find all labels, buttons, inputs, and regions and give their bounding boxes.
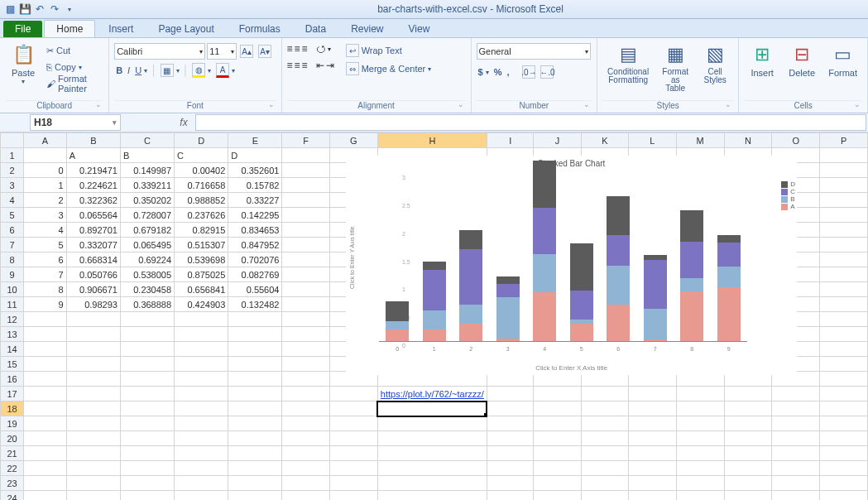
cell[interactable] [487, 461, 534, 476]
copy-button[interactable]: ⎘Copy▾ [45, 60, 103, 75]
conditional-formatting-button[interactable]: ▤Conditional Formatting [602, 40, 654, 86]
cell[interactable] [820, 461, 868, 476]
cell[interactable] [329, 476, 377, 491]
cell[interactable] [676, 461, 724, 476]
tab-insert[interactable]: Insert [97, 21, 145, 37]
column-header[interactable]: C [120, 133, 174, 148]
cell[interactable] [377, 491, 487, 501]
cell[interactable] [282, 223, 329, 238]
cell[interactable] [24, 446, 67, 461]
cell[interactable]: 0.55604 [228, 282, 282, 297]
cell[interactable] [120, 416, 174, 431]
cell[interactable] [120, 387, 174, 401]
cell[interactable] [66, 491, 120, 501]
undo-icon[interactable]: ↶ [33, 2, 46, 16]
cell[interactable] [66, 387, 120, 401]
cell[interactable] [676, 476, 724, 491]
align-right-icon[interactable]: ≡ [302, 60, 308, 71]
row-header[interactable]: 17 [1, 387, 24, 401]
cell[interactable] [676, 431, 724, 446]
cell[interactable] [228, 476, 282, 491]
align-center-icon[interactable]: ≡ [295, 60, 300, 71]
cell[interactable] [820, 372, 868, 387]
cell[interactable] [175, 431, 228, 446]
cell[interactable]: 0.065495 [120, 238, 174, 252]
cell[interactable]: 0.702076 [228, 252, 282, 267]
cell[interactable] [120, 461, 174, 476]
cell[interactable] [282, 178, 329, 193]
cell[interactable] [120, 327, 174, 342]
cell[interactable] [175, 342, 228, 357]
column-header[interactable]: A [24, 133, 67, 148]
cell[interactable] [175, 461, 228, 476]
cell[interactable] [282, 193, 329, 208]
cell[interactable] [66, 416, 120, 431]
row-header[interactable]: 23 [1, 476, 24, 491]
row-header[interactable]: 3 [1, 178, 24, 193]
row-header[interactable]: 21 [1, 446, 24, 461]
cell[interactable] [228, 461, 282, 476]
cell[interactable] [820, 223, 868, 238]
cell[interactable] [820, 476, 868, 491]
cell[interactable] [120, 431, 174, 446]
cell[interactable]: 0.219471 [66, 163, 120, 178]
font-size-select[interactable]: 11▾ [207, 43, 237, 60]
row-header[interactable]: 15 [1, 357, 24, 372]
align-left-icon[interactable]: ≡ [287, 60, 293, 71]
cell[interactable]: 0.69224 [120, 252, 174, 267]
cell[interactable] [820, 193, 868, 208]
cell[interactable]: 0.906671 [66, 282, 120, 297]
decrease-indent-icon[interactable]: ⇤ [316, 60, 324, 71]
row-header[interactable]: 8 [1, 252, 24, 267]
cell[interactable] [724, 446, 772, 461]
cell[interactable] [228, 416, 282, 431]
cell[interactable] [581, 446, 629, 461]
cell[interactable] [772, 387, 820, 401]
cell[interactable] [534, 387, 581, 401]
column-header[interactable]: K [581, 133, 629, 148]
cell[interactable] [820, 491, 868, 501]
cell[interactable]: 0.322362 [66, 193, 120, 208]
cell[interactable] [282, 401, 329, 416]
cell[interactable]: 5 [24, 238, 67, 252]
align-top-icon[interactable]: ≡ [287, 43, 293, 55]
cell[interactable] [724, 387, 772, 401]
column-header[interactable]: I [487, 133, 534, 148]
cell[interactable] [175, 357, 228, 372]
save-icon[interactable]: 💾 [18, 2, 31, 16]
cell[interactable] [282, 327, 329, 342]
cell[interactable] [487, 476, 534, 491]
embedded-chart[interactable]: Stacked Bar Chart Click to Enter Y Axis … [346, 156, 797, 375]
cell[interactable] [66, 327, 120, 342]
cell[interactable] [377, 461, 487, 476]
row-header[interactable]: 2 [1, 163, 24, 178]
cell[interactable]: 0.988852 [175, 193, 228, 208]
row-header[interactable]: 4 [1, 193, 24, 208]
number-format-select[interactable]: General▾ [477, 43, 591, 60]
cell[interactable] [175, 387, 228, 401]
cell[interactable]: 0.728007 [120, 208, 174, 223]
cell[interactable] [120, 476, 174, 491]
cell[interactable]: 0.656841 [175, 282, 228, 297]
cell[interactable] [329, 461, 377, 476]
column-header[interactable]: P [820, 133, 868, 148]
cell[interactable] [534, 431, 581, 446]
cell[interactable] [282, 312, 329, 327]
cell[interactable] [772, 446, 820, 461]
cell[interactable]: 0.065564 [66, 208, 120, 223]
cell[interactable] [228, 401, 282, 416]
grow-font-button[interactable]: A▴ [238, 44, 255, 59]
cell[interactable] [282, 357, 329, 372]
qat-dropdown-icon[interactable]: ▾ [63, 2, 76, 16]
cell[interactable] [228, 387, 282, 401]
orientation-icon[interactable]: ⭯ [316, 43, 326, 55]
cell[interactable] [329, 416, 377, 431]
cell[interactable] [175, 312, 228, 327]
bold-button[interactable]: B [114, 63, 124, 78]
comma-button[interactable]: , [505, 65, 511, 79]
increase-decimal-button[interactable]: .0→ [520, 65, 537, 79]
increase-indent-icon[interactable]: ⇥ [326, 60, 334, 71]
column-header[interactable]: G [329, 133, 377, 148]
column-header[interactable]: H [377, 133, 487, 148]
cell[interactable] [487, 416, 534, 431]
